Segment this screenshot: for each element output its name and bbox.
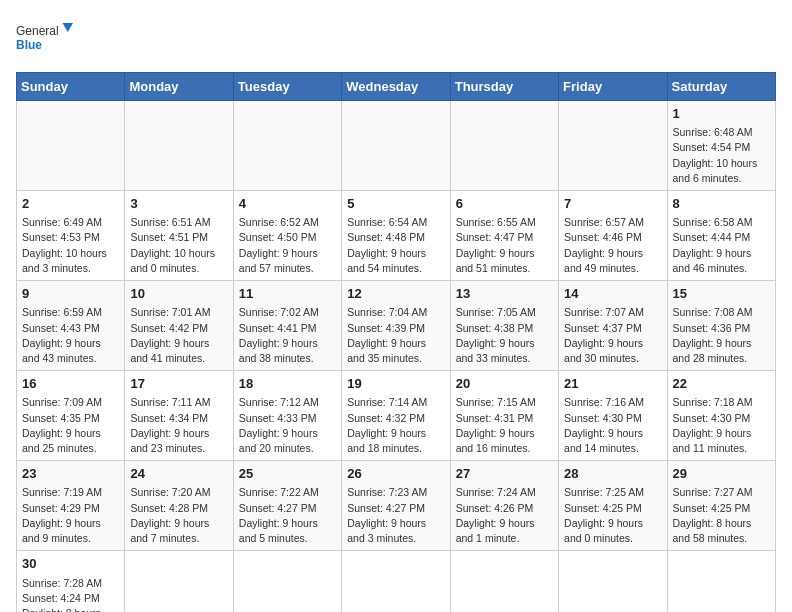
calendar-cell: 17Sunrise: 7:11 AM Sunset: 4:34 PM Dayli… — [125, 371, 233, 461]
day-number: 29 — [673, 465, 770, 483]
day-info: Sunrise: 7:24 AM Sunset: 4:26 PM Dayligh… — [456, 485, 553, 546]
day-number: 1 — [673, 105, 770, 123]
day-header-sunday: Sunday — [17, 73, 125, 101]
calendar-cell: 16Sunrise: 7:09 AM Sunset: 4:35 PM Dayli… — [17, 371, 125, 461]
day-info: Sunrise: 7:02 AM Sunset: 4:41 PM Dayligh… — [239, 305, 336, 366]
calendar-cell — [450, 101, 558, 191]
calendar-week-row: 16Sunrise: 7:09 AM Sunset: 4:35 PM Dayli… — [17, 371, 776, 461]
calendar-cell — [342, 551, 450, 612]
day-number: 27 — [456, 465, 553, 483]
day-info: Sunrise: 7:07 AM Sunset: 4:37 PM Dayligh… — [564, 305, 661, 366]
day-info: Sunrise: 7:23 AM Sunset: 4:27 PM Dayligh… — [347, 485, 444, 546]
calendar-header-row: SundayMondayTuesdayWednesdayThursdayFrid… — [17, 73, 776, 101]
calendar-cell: 27Sunrise: 7:24 AM Sunset: 4:26 PM Dayli… — [450, 461, 558, 551]
calendar-cell: 4Sunrise: 6:52 AM Sunset: 4:50 PM Daylig… — [233, 191, 341, 281]
calendar-week-row: 23Sunrise: 7:19 AM Sunset: 4:29 PM Dayli… — [17, 461, 776, 551]
calendar-cell: 19Sunrise: 7:14 AM Sunset: 4:32 PM Dayli… — [342, 371, 450, 461]
calendar-cell: 6Sunrise: 6:55 AM Sunset: 4:47 PM Daylig… — [450, 191, 558, 281]
calendar-cell: 13Sunrise: 7:05 AM Sunset: 4:38 PM Dayli… — [450, 281, 558, 371]
day-number: 23 — [22, 465, 119, 483]
calendar-cell — [17, 101, 125, 191]
day-info: Sunrise: 7:01 AM Sunset: 4:42 PM Dayligh… — [130, 305, 227, 366]
day-number: 11 — [239, 285, 336, 303]
day-number: 7 — [564, 195, 661, 213]
day-number: 30 — [22, 555, 119, 573]
svg-text:General: General — [16, 24, 59, 38]
day-info: Sunrise: 6:49 AM Sunset: 4:53 PM Dayligh… — [22, 215, 119, 276]
calendar-cell: 30Sunrise: 7:28 AM Sunset: 4:24 PM Dayli… — [17, 551, 125, 612]
day-info: Sunrise: 7:18 AM Sunset: 4:30 PM Dayligh… — [673, 395, 770, 456]
day-number: 10 — [130, 285, 227, 303]
day-number: 9 — [22, 285, 119, 303]
day-info: Sunrise: 6:57 AM Sunset: 4:46 PM Dayligh… — [564, 215, 661, 276]
day-number: 3 — [130, 195, 227, 213]
calendar-week-row: 9Sunrise: 6:59 AM Sunset: 4:43 PM Daylig… — [17, 281, 776, 371]
day-number: 26 — [347, 465, 444, 483]
day-number: 4 — [239, 195, 336, 213]
calendar-cell: 11Sunrise: 7:02 AM Sunset: 4:41 PM Dayli… — [233, 281, 341, 371]
calendar-cell — [125, 101, 233, 191]
calendar-cell — [342, 101, 450, 191]
day-info: Sunrise: 7:27 AM Sunset: 4:25 PM Dayligh… — [673, 485, 770, 546]
day-info: Sunrise: 6:51 AM Sunset: 4:51 PM Dayligh… — [130, 215, 227, 276]
calendar-cell: 10Sunrise: 7:01 AM Sunset: 4:42 PM Dayli… — [125, 281, 233, 371]
svg-text:Blue: Blue — [16, 38, 42, 52]
calendar-cell: 14Sunrise: 7:07 AM Sunset: 4:37 PM Dayli… — [559, 281, 667, 371]
calendar-cell — [233, 101, 341, 191]
day-number: 21 — [564, 375, 661, 393]
day-info: Sunrise: 7:22 AM Sunset: 4:27 PM Dayligh… — [239, 485, 336, 546]
day-header-wednesday: Wednesday — [342, 73, 450, 101]
logo-svg: General Blue — [16, 16, 76, 60]
calendar-cell: 26Sunrise: 7:23 AM Sunset: 4:27 PM Dayli… — [342, 461, 450, 551]
calendar-cell: 23Sunrise: 7:19 AM Sunset: 4:29 PM Dayli… — [17, 461, 125, 551]
calendar-cell: 8Sunrise: 6:58 AM Sunset: 4:44 PM Daylig… — [667, 191, 775, 281]
calendar-cell: 20Sunrise: 7:15 AM Sunset: 4:31 PM Dayli… — [450, 371, 558, 461]
day-number: 24 — [130, 465, 227, 483]
day-info: Sunrise: 7:09 AM Sunset: 4:35 PM Dayligh… — [22, 395, 119, 456]
calendar-cell: 29Sunrise: 7:27 AM Sunset: 4:25 PM Dayli… — [667, 461, 775, 551]
calendar-cell: 12Sunrise: 7:04 AM Sunset: 4:39 PM Dayli… — [342, 281, 450, 371]
day-number: 13 — [456, 285, 553, 303]
day-number: 5 — [347, 195, 444, 213]
day-info: Sunrise: 7:14 AM Sunset: 4:32 PM Dayligh… — [347, 395, 444, 456]
day-info: Sunrise: 6:48 AM Sunset: 4:54 PM Dayligh… — [673, 125, 770, 186]
day-number: 22 — [673, 375, 770, 393]
calendar-cell — [125, 551, 233, 612]
day-header-saturday: Saturday — [667, 73, 775, 101]
calendar-cell: 18Sunrise: 7:12 AM Sunset: 4:33 PM Dayli… — [233, 371, 341, 461]
day-number: 2 — [22, 195, 119, 213]
day-info: Sunrise: 6:59 AM Sunset: 4:43 PM Dayligh… — [22, 305, 119, 366]
calendar-cell: 7Sunrise: 6:57 AM Sunset: 4:46 PM Daylig… — [559, 191, 667, 281]
day-number: 15 — [673, 285, 770, 303]
calendar-cell — [233, 551, 341, 612]
day-info: Sunrise: 7:08 AM Sunset: 4:36 PM Dayligh… — [673, 305, 770, 366]
calendar-cell: 22Sunrise: 7:18 AM Sunset: 4:30 PM Dayli… — [667, 371, 775, 461]
calendar-cell: 1Sunrise: 6:48 AM Sunset: 4:54 PM Daylig… — [667, 101, 775, 191]
day-header-thursday: Thursday — [450, 73, 558, 101]
logo: General Blue — [16, 16, 76, 60]
calendar-cell: 21Sunrise: 7:16 AM Sunset: 4:30 PM Dayli… — [559, 371, 667, 461]
calendar-cell: 24Sunrise: 7:20 AM Sunset: 4:28 PM Dayli… — [125, 461, 233, 551]
calendar-cell: 9Sunrise: 6:59 AM Sunset: 4:43 PM Daylig… — [17, 281, 125, 371]
day-info: Sunrise: 6:52 AM Sunset: 4:50 PM Dayligh… — [239, 215, 336, 276]
calendar-week-row: 30Sunrise: 7:28 AM Sunset: 4:24 PM Dayli… — [17, 551, 776, 612]
day-number: 25 — [239, 465, 336, 483]
calendar-cell — [667, 551, 775, 612]
day-header-tuesday: Tuesday — [233, 73, 341, 101]
day-number: 14 — [564, 285, 661, 303]
calendar-week-row: 1Sunrise: 6:48 AM Sunset: 4:54 PM Daylig… — [17, 101, 776, 191]
calendar-cell — [559, 101, 667, 191]
day-info: Sunrise: 7:11 AM Sunset: 4:34 PM Dayligh… — [130, 395, 227, 456]
day-info: Sunrise: 7:12 AM Sunset: 4:33 PM Dayligh… — [239, 395, 336, 456]
calendar-cell: 3Sunrise: 6:51 AM Sunset: 4:51 PM Daylig… — [125, 191, 233, 281]
day-number: 8 — [673, 195, 770, 213]
calendar-cell: 25Sunrise: 7:22 AM Sunset: 4:27 PM Dayli… — [233, 461, 341, 551]
day-header-friday: Friday — [559, 73, 667, 101]
day-info: Sunrise: 7:20 AM Sunset: 4:28 PM Dayligh… — [130, 485, 227, 546]
day-number: 20 — [456, 375, 553, 393]
day-info: Sunrise: 6:58 AM Sunset: 4:44 PM Dayligh… — [673, 215, 770, 276]
calendar-cell: 28Sunrise: 7:25 AM Sunset: 4:25 PM Dayli… — [559, 461, 667, 551]
day-header-monday: Monday — [125, 73, 233, 101]
calendar-cell — [559, 551, 667, 612]
day-info: Sunrise: 7:19 AM Sunset: 4:29 PM Dayligh… — [22, 485, 119, 546]
